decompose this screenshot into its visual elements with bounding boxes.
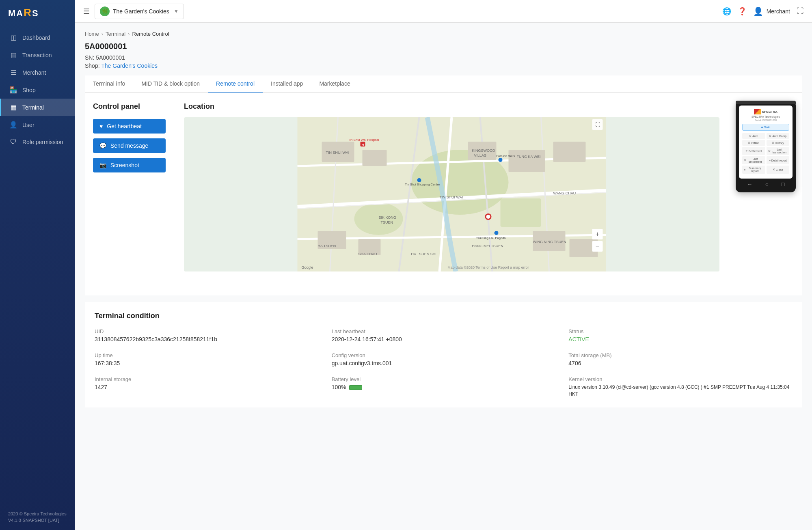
sidebar-item-label: Transaction <box>22 52 52 58</box>
sidebar-item-user[interactable]: 👤 User <box>0 116 75 134</box>
sidebar-item-label: Terminal <box>22 104 44 111</box>
svg-text:Fortune Malls: Fortune Malls <box>497 154 515 158</box>
device-brand-label: SPECTRA <box>762 110 777 114</box>
sidebar-item-label: Shop <box>22 87 36 93</box>
send-message-button[interactable]: 💬 Send message <box>93 138 166 153</box>
condition-section: Terminal condition UID 3113808457622b932… <box>85 302 802 407</box>
condition-config-version: Config version gp.uat.configv3.tms.001 <box>332 352 556 366</box>
svg-text:−: − <box>596 243 599 250</box>
battery-label: Battery level <box>332 376 556 382</box>
svg-text:HA TSUEN: HA TSUEN <box>318 244 336 248</box>
device-btn-auth-comp[interactable]: ⊙ Auth Comp <box>767 133 790 139</box>
sidebar-item-role-permission[interactable]: 🛡 Role permission <box>0 134 75 151</box>
svg-text:+: + <box>596 231 599 237</box>
sidebar-logo: MARS <box>0 0 75 26</box>
tab-remote-control[interactable]: Remote control <box>208 75 263 93</box>
topbar-left: ☰ 🌿 The Garden's Cookies ▼ <box>83 4 184 19</box>
condition-grid: UID 3113808457622b9325c3a336c21258f85821… <box>95 328 793 398</box>
device-serial: Serial #5F00001288 <box>742 119 789 121</box>
map-container[interactable]: TIN SHUI WAI KINGSWOOD VILLAS FUNG KA WE… <box>184 117 719 271</box>
device-btn-auth[interactable]: ⊙ Auth <box>742 133 765 139</box>
logo-text: MARS <box>8 6 39 19</box>
device-grid: ⊙ Auth ⊙ Auth Comp ⊙ Offline <box>742 133 789 174</box>
tabs-bar: Terminal info MID TID & block option Rem… <box>85 75 802 93</box>
svg-text:Tin Shui Shopping Centre: Tin Shui Shopping Centre <box>405 183 440 186</box>
help-icon[interactable]: ❓ <box>738 7 747 16</box>
tab-installed-app[interactable]: Installed app <box>263 75 311 93</box>
sidebar-item-merchant[interactable]: ☰ Merchant <box>0 64 75 81</box>
sidebar-footer: 2020 © Spectra Technologies V4.1.0-SNAPS… <box>0 504 75 530</box>
globe-icon[interactable]: 🌐 <box>722 7 731 16</box>
condition-total-storage: Total storage (MB) 4706 <box>568 352 793 366</box>
sidebar-item-transaction[interactable]: ▤ Transaction <box>0 46 75 64</box>
breadcrumb-home[interactable]: Home <box>85 31 99 37</box>
fullscreen-icon[interactable]: ⛶ <box>797 7 804 15</box>
device-btn-last-tx[interactable]: ⊙ Last transaction <box>767 147 790 155</box>
sidebar-item-label: User <box>22 122 35 128</box>
device-back-btn[interactable]: ← <box>747 181 753 187</box>
breadcrumb-current: Remote Control <box>132 31 169 37</box>
dashboard-icon: ◫ <box>9 34 17 41</box>
svg-text:HANG MEI TSUEN: HANG MEI TSUEN <box>472 244 503 248</box>
shield-icon: 🛡 <box>9 138 17 146</box>
topbar: ☰ 🌿 The Garden's Cookies ▼ 🌐 ❓ 👤 Merchan… <box>75 0 812 23</box>
svg-text:TIN SHUI WAI: TIN SHUI WAI <box>440 195 463 199</box>
breadcrumb: Home › Terminal › Remote Control <box>85 31 802 37</box>
svg-point-48 <box>417 178 421 182</box>
heartbeat-icon: ♥ <box>99 123 103 129</box>
uid-value: 3113808457622b9325c3a336c21258f858211f1b <box>95 336 319 343</box>
uptime-label: Up time <box>95 352 319 358</box>
device-recents-btn[interactable]: □ <box>781 181 784 187</box>
auth-icon: ⊙ <box>749 134 752 138</box>
breadcrumb-sep-1: › <box>102 31 103 37</box>
last-heartbeat-label: Last heartbeat <box>332 328 556 334</box>
device-btn-last-settlement[interactable]: ⊙ Last settlement <box>742 156 765 164</box>
svg-text:VILLAS: VILLAS <box>474 153 487 157</box>
device-btn-settlement[interactable]: ✔ Settlement <box>742 147 765 155</box>
topbar-right: 🌐 ❓ 👤 Merchant ⛶ <box>722 6 804 16</box>
tab-terminal-info[interactable]: Terminal info <box>85 75 133 93</box>
sidebar-item-terminal[interactable]: ▦ Terminal <box>0 99 75 116</box>
panel-area: Control panel ♥ Get heartbeat 💬 Send mes… <box>85 93 802 295</box>
username: Merchant <box>767 8 790 15</box>
menu-icon[interactable]: ☰ <box>83 7 90 16</box>
sidebar-item-dashboard[interactable]: ◫ Dashboard <box>0 29 75 46</box>
uid-label: UID <box>95 328 319 334</box>
get-heartbeat-button[interactable]: ♥ Get heartbeat <box>93 119 166 134</box>
tab-mid-tid[interactable]: MID TID & block option <box>133 75 208 93</box>
message-icon: 💬 <box>99 142 106 149</box>
device-btn-summary-report[interactable]: ≡ Summary report <box>742 166 765 174</box>
user-info[interactable]: 👤 Merchant <box>753 6 790 16</box>
device-home-btn[interactable]: ○ <box>765 181 769 187</box>
shop-icon-circle: 🌿 <box>100 6 110 16</box>
shop-link[interactable]: The Garden's Cookies <box>101 62 158 69</box>
status-value: ACTIVE <box>568 336 793 343</box>
camera-icon: 📷 <box>99 162 106 168</box>
device-btn-history[interactable]: ⊙ History <box>767 140 790 146</box>
device-sale-button[interactable]: ● Sale <box>742 124 789 131</box>
condition-kernel-version: Kernel version Linux version 3.10.49 (ci… <box>568 376 793 398</box>
last-tx-icon: ⊙ <box>768 149 771 153</box>
summary-icon: ≡ <box>744 168 745 171</box>
condition-uid: UID 3113808457622b9325c3a336c21258f85821… <box>95 328 319 343</box>
condition-internal-storage: Internal storage 1427 <box>95 376 319 398</box>
screenshot-button[interactable]: 📷 Screenshot <box>93 158 166 172</box>
sidebar-item-label: Merchant <box>22 69 46 76</box>
sidebar-nav: ◫ Dashboard ▤ Transaction ☰ Merchant 🏪 S… <box>0 26 75 504</box>
chevron-down-icon: ▼ <box>174 9 179 14</box>
last-heartbeat-value: 2020-12-24 16:57:41 +0800 <box>332 336 556 343</box>
device-btn-close[interactable]: ✕ Close <box>767 166 790 174</box>
location-title: Location <box>184 102 719 111</box>
kernel-label: Kernel version <box>568 376 793 382</box>
device-btn-offline[interactable]: ⊙ Offline <box>742 140 765 146</box>
sidebar-item-shop[interactable]: 🏪 Shop <box>0 81 75 99</box>
device-btn-detail-report[interactable]: ≡ Detail report <box>767 156 790 164</box>
tab-marketplace[interactable]: Marketplace <box>311 75 358 93</box>
svg-rect-16 <box>509 150 545 172</box>
breadcrumb-terminal[interactable]: Terminal <box>106 31 125 37</box>
shop-selector[interactable]: 🌿 The Garden's Cookies ▼ <box>95 4 184 19</box>
auth-comp-icon: ⊙ <box>769 134 771 138</box>
user-avatar-icon: 👤 <box>753 6 763 16</box>
svg-rect-14 <box>363 150 387 166</box>
condition-last-heartbeat: Last heartbeat 2020-12-24 16:57:41 +0800 <box>332 328 556 343</box>
